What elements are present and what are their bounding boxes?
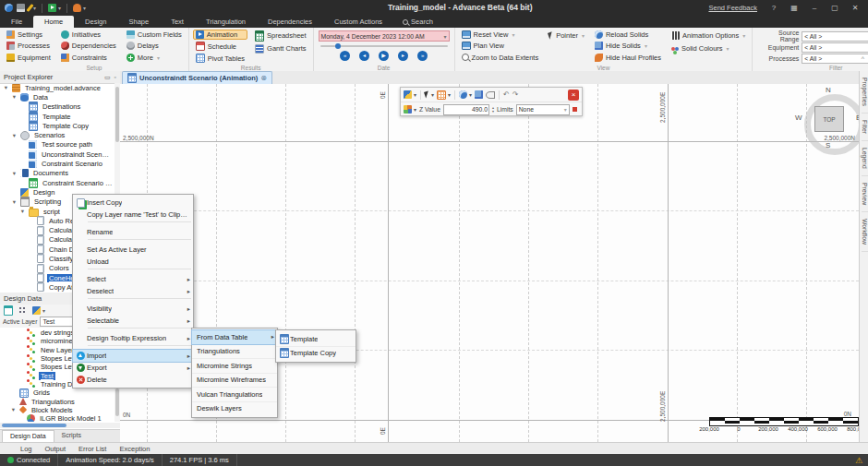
menu-item[interactable]: ▸ xyxy=(88,298,191,302)
limits-dropdown[interactable]: None▾ xyxy=(516,104,570,115)
panel-tab[interactable]: Scripts xyxy=(54,430,89,443)
ribbon-button[interactable]: Animation Options▾ xyxy=(669,30,748,42)
ribbon-button[interactable]: Equipment▾ xyxy=(4,53,54,63)
output-tab[interactable]: Log xyxy=(20,445,32,453)
menu-item[interactable]: Import ▸ xyxy=(73,350,193,362)
search-tab[interactable]: Search xyxy=(393,16,442,28)
expand-arrow-icon[interactable] xyxy=(11,198,18,206)
expand-arrow-icon[interactable] xyxy=(11,170,18,177)
ribbon-button[interactable]: Zoom to Data Extents▾ xyxy=(459,53,542,63)
tree-item[interactable]: Template Copy xyxy=(0,121,115,130)
ribbon-button[interactable]: More▾ xyxy=(124,53,185,63)
menu-item[interactable]: Unload ▸ xyxy=(73,256,193,268)
layer-item[interactable]: ILGR Block Model 1 xyxy=(0,414,115,422)
titlebar-button[interactable]: ▢ xyxy=(829,4,840,12)
save-icon[interactable] xyxy=(17,4,25,12)
compass-north[interactable]: N xyxy=(826,86,831,94)
side-panel-tab[interactable]: Properties xyxy=(862,71,868,114)
titlebar-button[interactable]: – xyxy=(809,4,820,12)
slider-thumb[interactable] xyxy=(335,43,341,49)
menu-item[interactable]: Deswik Layers ▸ xyxy=(192,401,277,416)
ribbon-button[interactable]: Pointer▾ xyxy=(546,30,587,42)
tree-item[interactable]: Data xyxy=(0,92,115,102)
panel-tab[interactable]: Design Data xyxy=(2,430,54,443)
send-feedback-link[interactable]: Send Feedback xyxy=(708,4,757,12)
tree-item[interactable]: Destinations xyxy=(0,102,115,112)
menu-item[interactable]: Copy Layer name 'Test' to Clipboard ▸ xyxy=(73,209,193,221)
menu-item[interactable]: Selectable ▸ xyxy=(73,315,193,327)
ribbon-button[interactable]: Pivot Tables▾ xyxy=(193,53,247,64)
deploy-menu-button[interactable]: ▾ xyxy=(73,4,86,12)
compass-south[interactable]: S xyxy=(826,141,830,149)
side-panel-tab[interactable]: Workflow xyxy=(862,212,868,252)
colour-grid-button[interactable]: ▾ xyxy=(404,105,416,114)
menu-item[interactable]: Design Tooltip Expression ▸ xyxy=(73,332,193,344)
tree-item[interactable]: Training_model.advance xyxy=(0,83,115,92)
date-slider[interactable] xyxy=(319,43,450,49)
output-tab[interactable]: Output xyxy=(45,445,66,453)
titlebar-button[interactable]: ✕ xyxy=(850,4,861,12)
menu-item[interactable]: Vulcan Triangulations ▸ xyxy=(192,387,277,401)
pin-icon[interactable]: ▫ xyxy=(115,74,116,81)
window-position-icon[interactable]: ▭ xyxy=(104,74,111,81)
filter-dropdown[interactable]: < All >▾ xyxy=(802,54,868,64)
menu-item[interactable]: Rename ▸ xyxy=(73,226,193,238)
ribbon-tab[interactable]: Shape xyxy=(117,16,160,28)
ribbon-tab[interactable]: File xyxy=(0,16,33,28)
side-panel-tab[interactable]: Preview xyxy=(862,176,868,212)
filter-dropdown[interactable]: < All >▾ xyxy=(802,42,868,53)
layer-item[interactable]: Grids xyxy=(0,388,115,397)
ribbon-collapse-icon[interactable]: ^ xyxy=(862,55,864,62)
ribbon-tab[interactable]: Home xyxy=(33,16,74,28)
ribbon-button[interactable]: Plan View▾ xyxy=(459,41,542,51)
ribbon-button[interactable]: Delays▾ xyxy=(124,41,185,51)
date-picker[interactable]: Monday, 4 December 2023 12:00 AM▾ xyxy=(319,30,450,42)
run-menu-button[interactable]: ▾ xyxy=(48,4,61,12)
ribbon-button[interactable]: Hide Haul Profiles▾ xyxy=(592,53,664,63)
filter-dropdown[interactable]: < All >▾ xyxy=(802,31,868,42)
menu-item[interactable]: Delete ▸ xyxy=(73,374,193,386)
ribbon-button[interactable]: Reset View▾ xyxy=(459,30,542,40)
tree-item[interactable]: Constraint Scenario xyxy=(0,159,115,168)
wrench-menu-button[interactable]: ▾ xyxy=(29,4,36,12)
layers-menu-button[interactable]: ▾ xyxy=(32,306,45,315)
undo-icon[interactable]: ↶ xyxy=(503,90,510,99)
grid-view-icon[interactable] xyxy=(18,306,27,315)
menu-item[interactable]: Deselect ▸ xyxy=(73,285,193,297)
warning-icon[interactable]: ⚠ xyxy=(855,456,868,465)
titlebar-button[interactable]: ? xyxy=(768,4,779,12)
side-panel-tab[interactable]: Filter xyxy=(862,114,868,141)
view-compass[interactable]: TOP N W E S xyxy=(799,89,858,148)
ribbon-button[interactable]: Settings▾ xyxy=(4,30,54,40)
titlebar-button[interactable]: ▦ xyxy=(789,4,800,12)
ribbon-button[interactable]: Dependencies▾ xyxy=(58,41,119,51)
menu-item[interactable]: ▸ xyxy=(88,221,191,225)
spinner-icons[interactable]: ▴▾ xyxy=(492,106,494,114)
ribbon-button[interactable]: Animation▾ xyxy=(193,30,247,40)
tree-item[interactable]: Constraint Scenario - key phy... xyxy=(0,178,115,187)
menu-item[interactable]: Micromine Wireframes ▸ xyxy=(192,373,277,388)
menu-item[interactable]: Micromine Strings ▸ xyxy=(192,358,277,373)
ribbon-tab[interactable]: Design xyxy=(74,16,117,28)
menu-item[interactable]: Select ▸ xyxy=(73,273,193,285)
tab-close-icon[interactable]: ⊗ xyxy=(260,74,267,82)
menu-item[interactable]: ▸ xyxy=(88,269,191,272)
menu-item[interactable]: From Data Table ▸ xyxy=(192,330,277,344)
ribbon-button[interactable]: Reload Solids▾ xyxy=(592,30,664,40)
z-value-input[interactable]: 490.0 xyxy=(443,104,489,115)
tree-item[interactable]: Template xyxy=(0,112,115,121)
tree-item[interactable]: Unconstraindt Scenario xyxy=(0,149,115,159)
layer-item[interactable]: Triangulations xyxy=(0,397,115,405)
grid-options-button[interactable]: ▾ xyxy=(437,90,451,100)
menu-item[interactable]: ▸ xyxy=(88,328,191,331)
ribbon-tab[interactable]: Text xyxy=(160,16,195,28)
playback-button[interactable]: « xyxy=(340,51,350,61)
tag-tool-button[interactable] xyxy=(486,90,495,99)
side-panel-tab[interactable]: Legend xyxy=(862,141,868,176)
ribbon-button[interactable]: Spreadsheet▾ xyxy=(252,30,309,42)
ribbon-tab[interactable]: Dependencies xyxy=(257,16,323,28)
menu-item[interactable]: Template xyxy=(276,332,356,346)
table-view-icon[interactable] xyxy=(4,305,13,316)
expand-arrow-icon[interactable] xyxy=(3,84,9,91)
expand-arrow-icon[interactable] xyxy=(10,406,17,413)
